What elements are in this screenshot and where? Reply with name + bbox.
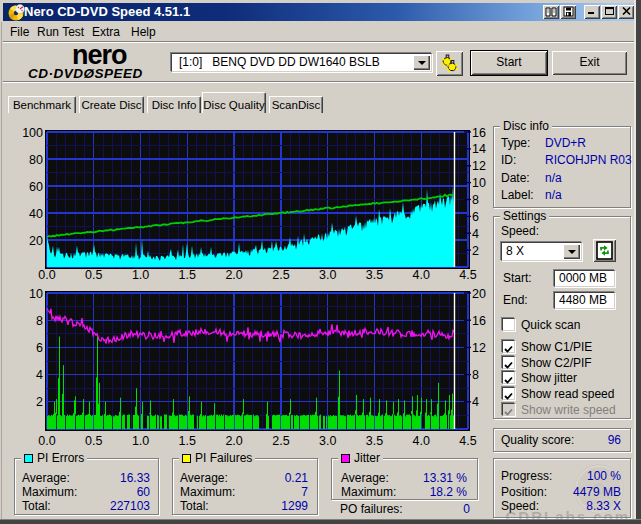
svg-text:12: 12 (472, 159, 486, 173)
svg-text:0.5: 0.5 (85, 268, 102, 282)
svg-text:1.5: 1.5 (179, 434, 196, 448)
svg-text:8: 8 (472, 368, 479, 382)
svg-text:0.0: 0.0 (38, 434, 55, 448)
svg-text:2.0: 2.0 (225, 268, 242, 282)
svg-text:60: 60 (29, 180, 43, 194)
svg-text:8: 8 (472, 193, 479, 207)
svg-text:6: 6 (36, 341, 43, 355)
svg-text:4.0: 4.0 (413, 434, 430, 448)
svg-text:20: 20 (472, 287, 486, 301)
svg-text:2: 2 (472, 244, 479, 258)
svg-text:4.5: 4.5 (459, 434, 476, 448)
svg-text:1.0: 1.0 (132, 268, 149, 282)
svg-text:10: 10 (472, 176, 486, 190)
svg-text:3.5: 3.5 (366, 434, 383, 448)
svg-text:10: 10 (29, 287, 43, 301)
svg-text:4: 4 (472, 227, 479, 241)
svg-text:6: 6 (472, 210, 479, 224)
svg-text:2: 2 (36, 395, 43, 409)
svg-text:4: 4 (472, 395, 479, 409)
svg-text:2.5: 2.5 (272, 434, 289, 448)
svg-text:CD·DVDØSPEED: CD·DVDØSPEED (28, 66, 143, 81)
svg-text:80: 80 (29, 153, 43, 167)
svg-text:14: 14 (472, 142, 486, 156)
svg-text:8: 8 (36, 314, 43, 328)
svg-text:3.0: 3.0 (319, 434, 336, 448)
svg-text:4.5: 4.5 (459, 268, 476, 282)
svg-text:16: 16 (472, 314, 486, 328)
svg-text:3.0: 3.0 (319, 268, 336, 282)
svg-text:0.0: 0.0 (38, 268, 55, 282)
svg-text:1.0: 1.0 (132, 434, 149, 448)
svg-text:100: 100 (22, 126, 43, 140)
svg-text:40: 40 (29, 207, 43, 221)
svg-text:12: 12 (472, 341, 486, 355)
svg-text:20: 20 (29, 234, 43, 248)
svg-text:2.0: 2.0 (225, 434, 242, 448)
svg-text:3.5: 3.5 (366, 268, 383, 282)
svg-text:4.0: 4.0 (413, 268, 430, 282)
svg-text:4: 4 (36, 368, 43, 382)
svg-text:0.5: 0.5 (85, 434, 102, 448)
svg-text:1.5: 1.5 (179, 268, 196, 282)
svg-text:2.5: 2.5 (272, 268, 289, 282)
svg-text:16: 16 (472, 126, 486, 140)
